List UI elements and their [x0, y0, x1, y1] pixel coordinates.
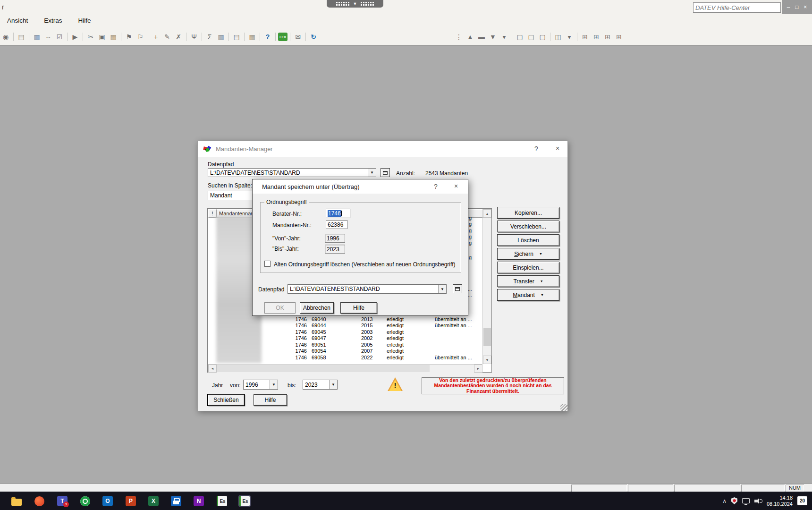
grid-4-icon[interactable]: ⊞ — [614, 32, 624, 42]
grid-1-icon[interactable]: ⊞ — [580, 32, 590, 42]
scroll-left-icon[interactable]: ◄ — [208, 365, 217, 373]
sort-asc-icon[interactable]: ▲ — [465, 32, 475, 42]
paste-icon[interactable]: ▦ — [108, 32, 118, 42]
datenpfad-combobox[interactable]: L:\DATEV\DATEN\EST\STANDARD ▼ — [208, 168, 376, 177]
schliessen-button[interactable]: Schließen — [208, 394, 245, 406]
tree-view-icon[interactable]: Ψ — [189, 32, 199, 42]
mandanten-nr-field[interactable]: 62386 — [326, 220, 347, 229]
taskbar-teams[interactable]: T1 — [56, 495, 68, 507]
resize-grip[interactable] — [560, 404, 568, 411]
taskbar-datev-est[interactable]: Es — [216, 495, 228, 507]
columns-icon[interactable]: ▥ — [216, 32, 226, 42]
start-run-icon[interactable]: ▶ — [70, 32, 80, 42]
jahr-von-combobox[interactable]: 1996 ▼ — [243, 380, 278, 390]
chevron-down-icon[interactable]: ▼ — [438, 285, 446, 293]
chevron-down-icon[interactable]: ▼ — [270, 380, 278, 389]
taskbar-lock-app[interactable] — [170, 495, 182, 507]
vertical-scrollbar[interactable]: ▲ ▼ — [482, 209, 491, 364]
kopieren-button[interactable]: Kopieren... — [497, 207, 559, 219]
transfer-button[interactable]: Transfer▼ — [497, 275, 559, 287]
tray-expand-icon[interactable]: ∧ — [722, 498, 727, 504]
client-window-icon[interactable]: ▥ — [32, 32, 42, 42]
taskbar-clock[interactable]: 14:18 08.10.2024 — [767, 495, 793, 507]
display-icon[interactable] — [742, 498, 750, 503]
scroll-right-icon[interactable]: ► — [474, 365, 482, 373]
abbrechen-button[interactable]: Abbrechen — [300, 302, 334, 314]
scroll-up-icon[interactable]: ▲ — [483, 209, 491, 218]
col-header-exclamation[interactable]: ! — [208, 209, 217, 218]
taskbar-browser[interactable] — [33, 495, 45, 507]
taskbar-outlook[interactable]: O — [102, 495, 114, 507]
mandant-button[interactable]: Mandant▼ — [497, 289, 559, 301]
von-jahr-field[interactable]: 1996 — [325, 234, 345, 243]
layout-icon[interactable]: ◫ — [553, 32, 563, 42]
dialog-close-icon[interactable]: × — [553, 144, 562, 152]
berater-nr-field[interactable]: 1746 — [326, 209, 350, 218]
sum-icon[interactable]: Σ — [204, 32, 215, 42]
refresh-icon[interactable]: ↻ — [308, 32, 319, 42]
dialog-help-icon[interactable]: ? — [431, 183, 440, 190]
cut-icon[interactable]: ✂ — [85, 32, 96, 42]
menu-extras[interactable]: Extras — [42, 15, 64, 26]
checkbox-label[interactable]: Alten Ordnungsbegriff löschen (Verschieb… — [274, 261, 455, 268]
dialog-close-icon[interactable]: × — [451, 182, 461, 190]
horizontal-scrollbar[interactable]: ◄ ► — [208, 364, 482, 373]
search-input[interactable] — [694, 4, 781, 11]
bis-jahr-field[interactable]: 2023 — [325, 245, 345, 254]
doc-add-icon[interactable]: + — [151, 32, 161, 42]
jahr-bis-combobox[interactable]: 2023 ▼ — [303, 380, 338, 390]
flag-in-icon[interactable]: ⚐ — [135, 32, 145, 42]
screenshare-toolbar[interactable]: ▼ — [327, 0, 383, 8]
scrollbar-thumb[interactable] — [217, 365, 430, 372]
datenpfad-browse-button[interactable] — [453, 284, 462, 293]
taskbar-datev-est-active[interactable]: Es — [238, 495, 251, 507]
chevron-down-icon[interactable]: ▼ — [353, 2, 357, 6]
window-3-icon[interactable]: ▢ — [537, 32, 548, 42]
doc-check-icon[interactable]: ✗ — [173, 32, 184, 42]
security-shield-icon[interactable] — [731, 497, 737, 504]
menu-hilfe[interactable]: Hilfe — [76, 15, 93, 26]
checklist-icon[interactable]: ☑ — [54, 32, 65, 42]
doc-edit-icon[interactable]: ✎ — [162, 32, 172, 42]
grid-3-icon[interactable]: ⊞ — [602, 32, 613, 42]
taskbar-app-green[interactable] — [79, 495, 91, 507]
dialog-help-icon[interactable]: ? — [532, 145, 541, 153]
taskbar-powerpoint[interactable]: P — [125, 495, 137, 507]
notification-count-badge[interactable]: 20 — [797, 496, 807, 505]
chevron-down-icon[interactable]: ▼ — [368, 169, 376, 177]
doc-clip-icon[interactable]: ▤ — [231, 32, 242, 42]
grid-2-icon[interactable]: ⊞ — [591, 32, 601, 42]
flag-out-icon[interactable]: ⚑ — [124, 32, 134, 42]
help-search[interactable] — [693, 2, 781, 13]
copy-icon[interactable]: ▣ — [97, 32, 107, 42]
taskbar-excel[interactable]: X — [147, 495, 160, 507]
datenpfad-browse-button[interactable] — [381, 168, 390, 177]
ok-button[interactable]: OK — [264, 302, 296, 314]
sort-desc-icon[interactable]: ▼ — [488, 32, 498, 42]
context-help-icon[interactable]: ? — [262, 32, 273, 42]
layout-menu-icon[interactable]: ▾ — [564, 32, 575, 42]
window-1-icon[interactable]: ▢ — [515, 32, 525, 42]
window-2-icon[interactable]: ▢ — [526, 32, 536, 42]
calculator-icon[interactable]: ▦ — [247, 32, 257, 42]
einspielen-button[interactable]: Einspielen... — [497, 262, 559, 273]
datenpfad-combobox[interactable]: L:\DATEV\DATEN\EST\STANDARD ▼ — [288, 284, 447, 294]
alten-ordnungsbegriff-checkbox[interactable] — [264, 261, 271, 267]
speaker-icon[interactable] — [754, 498, 762, 504]
sort-menu-icon[interactable]: ▾ — [499, 32, 509, 42]
hilfe-button[interactable]: Hilfe — [340, 302, 377, 314]
dialog-titlebar[interactable]: Mandant speichern unter (Übertrag) ? × — [253, 179, 468, 194]
loeschen-button[interactable]: Löschen — [497, 234, 559, 246]
help-circle-icon[interactable]: ◉ — [0, 32, 11, 42]
handshake-icon[interactable]: ⌣ — [43, 32, 53, 42]
verschieben-button[interactable]: Verschieben... — [497, 221, 559, 232]
drag-handle-icon[interactable]: ⋮ — [454, 32, 464, 42]
scrollbar-thumb[interactable] — [483, 328, 491, 346]
feedback-icon[interactable]: ✉ — [293, 32, 303, 42]
restore-icon[interactable]: □ — [795, 4, 798, 10]
hilfe-button[interactable]: Hilfe — [254, 394, 287, 406]
lex-info-icon[interactable]: LEX — [278, 33, 288, 41]
dialog-titlebar[interactable]: Mandanten-Manager ? × — [198, 141, 567, 157]
sichern-button[interactable]: Sichern▼ — [497, 248, 559, 260]
taskbar-explorer[interactable] — [10, 495, 23, 507]
